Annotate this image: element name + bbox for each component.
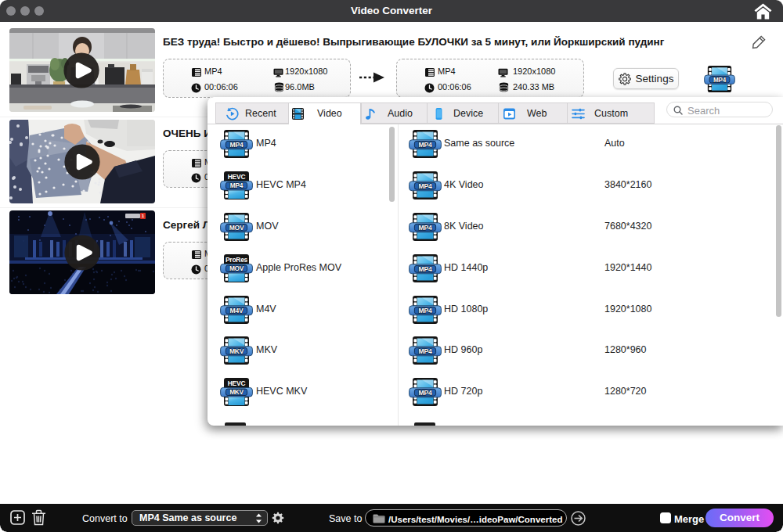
svg-text:MP4: MP4	[419, 224, 432, 232]
svg-text:M4V: M4V	[230, 306, 244, 314]
svg-text:HEVC: HEVC	[228, 173, 246, 181]
svg-text:MP4: MP4	[230, 141, 244, 149]
svg-text:ProRes: ProRes	[226, 256, 248, 264]
svg-text:MP4: MP4	[419, 389, 432, 397]
svg-text:MP4: MP4	[419, 182, 432, 190]
svg-text:MP4: MP4	[419, 306, 432, 314]
svg-text:MKV: MKV	[229, 388, 244, 396]
svg-text:MKV: MKV	[229, 347, 244, 355]
svg-text:MP4: MP4	[230, 182, 244, 189]
svg-text:HEVC: HEVC	[228, 379, 246, 387]
svg-text:MP4: MP4	[419, 141, 432, 149]
svg-text:MP4: MP4	[419, 347, 432, 355]
svg-text:MOV: MOV	[229, 224, 244, 232]
svg-text:MP4: MP4	[713, 77, 727, 84]
svg-text:MOV: MOV	[229, 264, 244, 272]
svg-text:MP4: MP4	[419, 264, 432, 272]
